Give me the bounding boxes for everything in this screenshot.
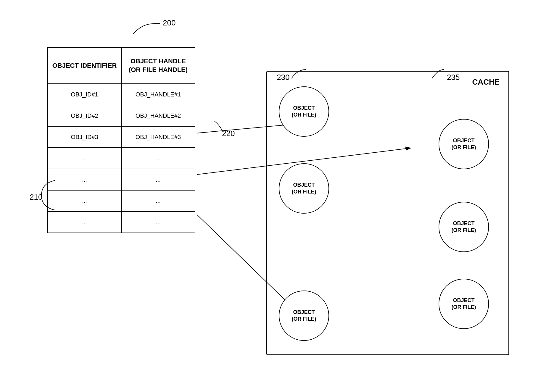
cell-id-2: OBJ_ID#2 — [48, 105, 122, 126]
cell-handle-1: OBJ_HANDLE#1 — [122, 84, 195, 105]
table-row: OBJ_ID#3 OBJ_HANDLE#3 — [48, 127, 195, 148]
cache-object-2: OBJECT (OR FILE) — [279, 163, 329, 214]
cell-handle-7: ... — [122, 212, 195, 233]
cache-label: CACHE — [472, 78, 500, 87]
cell-handle-2: OBJ_HANDLE#2 — [122, 105, 195, 126]
svg-text:200: 200 — [163, 18, 175, 27]
svg-text:210: 210 — [30, 193, 42, 201]
table-row: ... ... — [48, 212, 195, 233]
table-row: ... ... — [48, 169, 195, 191]
table-row: ... ... — [48, 191, 195, 212]
table-row: OBJ_ID#1 OBJ_HANDLE#1 — [48, 84, 195, 105]
diagram-container: 200 210 220 230 235 OBJE — [24, 18, 521, 379]
cache-object-5: OBJECT (OR FILE) — [439, 202, 489, 252]
table-row: OBJ_ID#2 OBJ_HANDLE#2 — [48, 105, 195, 127]
svg-text:220: 220 — [222, 129, 235, 138]
cell-id-3: OBJ_ID#3 — [48, 127, 122, 147]
cache-object-1: OBJECT (OR FILE) — [279, 86, 329, 137]
cache-box: CACHE OBJECT (OR FILE) OBJECT (OR FILE) … — [266, 71, 509, 355]
cell-id-4: ... — [48, 148, 122, 169]
cell-id-5: ... — [48, 169, 122, 190]
cache-object-3: OBJECT (OR FILE) — [279, 291, 329, 341]
cell-handle-4: ... — [122, 148, 195, 169]
data-table: OBJECT IDENTIFIER OBJECT HANDLE (OR FILE… — [47, 47, 195, 233]
table-box: OBJECT IDENTIFIER OBJECT HANDLE (OR FILE… — [47, 47, 195, 233]
cache-object-6: OBJECT (OR FILE) — [439, 279, 489, 329]
cache-object-4: OBJECT (OR FILE) — [439, 119, 489, 169]
cell-handle-3: OBJ_HANDLE#3 — [122, 127, 195, 147]
cell-id-1: OBJ_ID#1 — [48, 84, 122, 105]
table-header-row: OBJECT IDENTIFIER OBJECT HANDLE (OR FILE… — [48, 48, 195, 84]
cell-handle-5: ... — [122, 169, 195, 190]
table-row: ... ... — [48, 148, 195, 169]
col-header-handle: OBJECT HANDLE (OR FILE HANDLE) — [122, 48, 195, 83]
cell-handle-6: ... — [122, 191, 195, 211]
col-header-identifier: OBJECT IDENTIFIER — [48, 48, 122, 83]
cell-id-7: ... — [48, 212, 122, 233]
cell-id-6: ... — [48, 191, 122, 211]
